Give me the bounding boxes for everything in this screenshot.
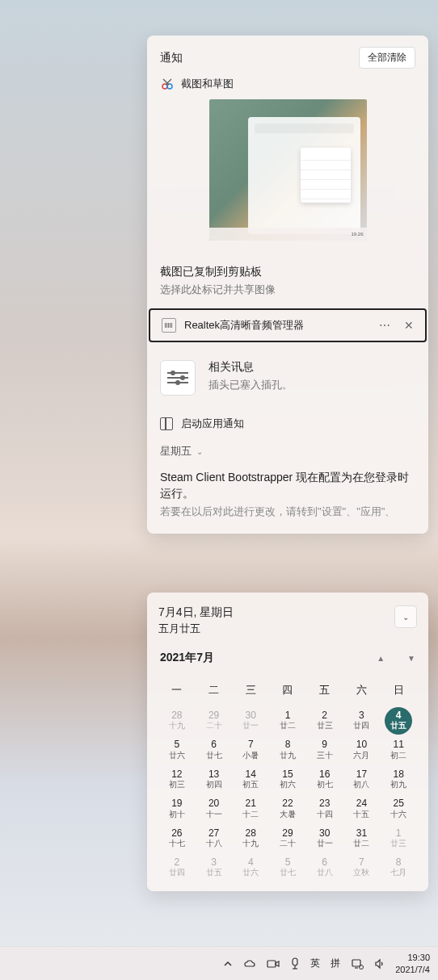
calendar-month-label[interactable]: 2021年7月 — [160, 651, 214, 665]
snip-app-name: 截图和草图 — [181, 77, 234, 91]
close-icon[interactable]: ✕ — [404, 319, 414, 332]
calendar-day[interactable]: 23十四 — [306, 794, 343, 823]
tray-overflow-icon[interactable] — [223, 959, 233, 969]
steam-line2: 若要在以后对此进行更改，请转到"设置"、"应用"、 — [160, 505, 415, 519]
calendar-day[interactable]: 21十二 — [232, 794, 269, 823]
next-month-button[interactable]: ▼ — [407, 654, 415, 663]
calendar-dow: 一 — [158, 676, 196, 706]
calendar-day[interactable]: 8七月 — [380, 852, 417, 882]
steam-line1: Steam Client Bootstrapper 现在配置为在您登录时运行。 — [160, 470, 415, 501]
calendar-day[interactable]: 4廿六 — [232, 852, 269, 882]
app-launch-icon — [160, 417, 173, 430]
friday-group-header[interactable]: 星期五 ⌄ — [147, 439, 428, 470]
calendar-day[interactable]: 30廿一 — [306, 823, 343, 852]
notification-panel: 通知 全部清除 截图和草图 19:26 截图已复制到剪贴板 选择此处标记并共享图… — [147, 36, 428, 534]
chevron-down-icon: ⌄ — [196, 447, 203, 456]
snip-app-icon — [160, 77, 175, 91]
calendar-dow: 五 — [306, 676, 343, 706]
realtek-info-title: 相关讯息 — [208, 360, 293, 375]
volume-icon[interactable] — [374, 958, 385, 970]
calendar-day[interactable]: 12初三 — [158, 764, 196, 794]
calendar-panel: 7月4日, 星期日 五月廿五 ⌄ 2021年7月 ▲ ▼ 一二三四五六日28十九… — [147, 593, 428, 891]
calendar-day[interactable]: 1廿三 — [380, 823, 417, 852]
app-header: 截图和草图 — [160, 77, 415, 91]
calendar-dow: 六 — [343, 676, 381, 706]
more-icon[interactable]: ⋯ — [379, 319, 391, 332]
calendar-day[interactable]: 5廿七 — [269, 852, 306, 882]
calendar-day[interactable]: 2廿三 — [306, 706, 343, 735]
prev-month-button[interactable]: ▲ — [377, 654, 385, 663]
calendar-day[interactable]: 7小暑 — [232, 735, 269, 764]
calendar-day[interactable]: 26十七 — [158, 823, 196, 852]
calendar-day[interactable]: 29二十 — [196, 706, 233, 735]
calendar-day[interactable]: 3廿五 — [196, 852, 233, 882]
calendar-grid: 一二三四五六日28十九29二十30廿一1廿二2廿三3廿四4廿五5廿六6廿七7小暑… — [158, 676, 417, 882]
audio-sliders-icon — [160, 360, 196, 396]
calendar-day[interactable]: 20十一 — [196, 794, 233, 823]
calendar-day[interactable]: 24十五 — [343, 794, 381, 823]
ime-language[interactable]: 英 — [310, 957, 320, 970]
realtek-app-icon — [162, 318, 176, 333]
calendar-day[interactable]: 13初四 — [196, 764, 233, 794]
calendar-day[interactable]: 2廿四 — [158, 852, 196, 882]
calendar-day[interactable]: 3廿四 — [343, 706, 381, 735]
notification-title: 通知 — [160, 51, 183, 65]
network-icon[interactable] — [351, 958, 364, 970]
calendar-day[interactable]: 9三十 — [306, 735, 343, 764]
calendar-day[interactable]: 14初五 — [232, 764, 269, 794]
realtek-notification-body[interactable]: 相关讯息 插头已塞入插孔。 — [147, 342, 428, 408]
calendar-dow: 日 — [380, 676, 417, 706]
taskbar-clock[interactable]: 19:30 2021/7/4 — [395, 952, 430, 975]
meet-now-icon[interactable] — [267, 958, 280, 970]
onedrive-icon[interactable] — [243, 959, 256, 969]
calendar-dow: 二 — [196, 676, 233, 706]
ime-mode[interactable]: 拼 — [331, 957, 340, 970]
clear-all-button[interactable]: 全部清除 — [359, 47, 415, 69]
launch-app-notification-button[interactable]: 启动应用通知 — [147, 408, 428, 439]
notification-header: 通知 全部清除 — [147, 36, 428, 77]
calendar-day[interactable]: 15初六 — [269, 764, 306, 794]
calendar-day[interactable]: 25十六 — [380, 794, 417, 823]
svg-rect-4 — [267, 961, 276, 967]
launch-label: 启动应用通知 — [181, 417, 244, 431]
calendar-day[interactable]: 30廿一 — [232, 706, 269, 735]
calendar-day[interactable]: 29二十 — [269, 823, 306, 852]
calendar-day[interactable]: 7立秋 — [343, 852, 381, 882]
realtek-notification-header[interactable]: Realtek高清晰音频管理器 ⋯ ✕ — [149, 308, 427, 342]
clock-time: 19:30 — [395, 952, 430, 963]
calendar-date-main[interactable]: 7月4日, 星期日 — [158, 605, 234, 620]
calendar-day[interactable]: 8廿九 — [269, 735, 306, 764]
calendar-day[interactable]: 28十九 — [158, 706, 196, 735]
snip-body-title: 截图已复制到剪贴板 — [160, 265, 415, 279]
calendar-dow: 三 — [232, 676, 269, 706]
calendar-day[interactable]: 11初二 — [380, 735, 417, 764]
calendar-day[interactable]: 10六月 — [343, 735, 381, 764]
svg-rect-8 — [352, 960, 360, 966]
friday-label: 星期五 — [160, 444, 192, 459]
calendar-day[interactable]: 16初七 — [306, 764, 343, 794]
calendar-day[interactable]: 1廿二 — [269, 706, 306, 735]
svg-point-10 — [360, 965, 364, 969]
steam-notification[interactable]: Steam Client Bootstrapper 现在配置为在您登录时运行。 … — [147, 470, 428, 534]
taskbar: 英 拼 19:30 2021/7/4 — [0, 946, 438, 980]
calendar-day[interactable]: 28十九 — [232, 823, 269, 852]
system-tray: 英 拼 — [223, 957, 385, 970]
calendar-day[interactable]: 22大暑 — [269, 794, 306, 823]
collapse-calendar-button[interactable]: ⌄ — [394, 605, 417, 628]
realtek-info-body: 插头已塞入插孔。 — [208, 378, 293, 392]
calendar-day[interactable]: 6廿七 — [196, 735, 233, 764]
calendar-day[interactable]: 27十八 — [196, 823, 233, 852]
calendar-day[interactable]: 19初十 — [158, 794, 196, 823]
calendar-day[interactable]: 18初九 — [380, 764, 417, 794]
clock-date: 2021/7/4 — [395, 964, 430, 975]
calendar-day[interactable]: 4廿五 — [380, 706, 417, 735]
screenshot-thumbnail: 19:26 — [209, 99, 367, 241]
calendar-day[interactable]: 31廿二 — [343, 823, 381, 852]
snip-notification[interactable]: 截图和草图 19:26 截图已复制到剪贴板 选择此处标记并共享图像 — [147, 77, 428, 308]
ime-tool-icon[interactable] — [290, 957, 300, 970]
snip-body-subtitle: 选择此处标记并共享图像 — [160, 283, 415, 297]
calendar-day[interactable]: 5廿六 — [158, 735, 196, 764]
calendar-day[interactable]: 6廿八 — [306, 852, 343, 882]
realtek-app-name: Realtek高清晰音频管理器 — [184, 318, 304, 333]
calendar-day[interactable]: 17初八 — [343, 764, 381, 794]
